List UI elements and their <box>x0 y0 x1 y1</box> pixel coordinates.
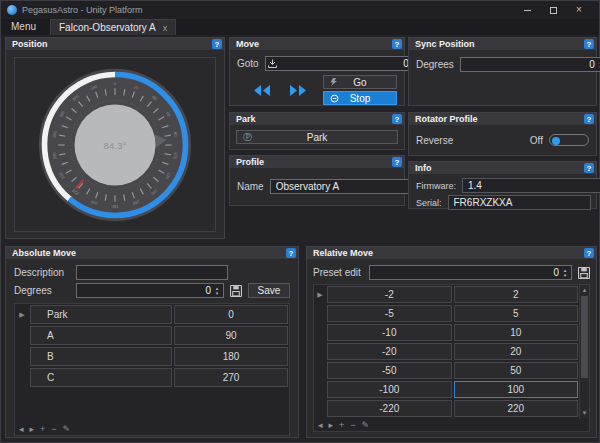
preset-edit-input[interactable] <box>372 267 561 278</box>
nav-next-icon[interactable]: ▸ <box>30 424 35 434</box>
menu-button[interactable]: Menu <box>1 19 46 35</box>
preset-save-icon[interactable] <box>578 267 590 279</box>
help-button[interactable]: ? <box>584 114 594 124</box>
preset-name-cell[interactable]: Park <box>30 305 172 324</box>
preset-name-cell[interactable]: B <box>30 347 172 366</box>
go-icon <box>330 78 338 86</box>
help-button[interactable]: ? <box>212 39 222 49</box>
reverse-toggle[interactable] <box>549 134 589 146</box>
goto-input[interactable] <box>277 58 411 69</box>
preset-cell[interactable]: -2 <box>327 286 452 303</box>
abs-degrees-field: ▴▾ <box>76 283 224 298</box>
sync-position-panel: Sync Position? Degrees ▴▾ ⚙ <box>408 37 597 106</box>
preset-cell[interactable]: -20 <box>327 343 452 360</box>
preset-edit-field: ▴▾ <box>369 265 572 280</box>
abs-save-icon[interactable] <box>230 285 242 297</box>
help-button[interactable]: ? <box>584 163 594 173</box>
profile-name-input[interactable] <box>273 181 410 192</box>
preset-name-cell[interactable]: A <box>30 326 172 345</box>
minimize-icon <box>524 10 531 11</box>
minimize-button[interactable] <box>521 4 533 16</box>
preset-value-cell[interactable]: 90 <box>174 326 288 345</box>
preset-cell[interactable]: 2 <box>454 286 579 303</box>
stop-button[interactable]: Stop <box>323 91 397 105</box>
park-button[interactable]: Ⓟ Park <box>236 130 398 144</box>
spin-down-icon[interactable]: ▾ <box>561 273 569 278</box>
jog-right-button[interactable] <box>287 84 309 97</box>
svg-text:180: 180 <box>111 203 119 208</box>
position-panel: Position? 020406080100120140160180200220… <box>5 37 225 239</box>
go-button[interactable]: Go <box>323 75 397 89</box>
sync-degrees-label: Degrees <box>416 59 454 70</box>
sync-degrees-input[interactable] <box>463 59 597 70</box>
table-row: -50 50 <box>314 361 579 380</box>
dial-value: 84.3° <box>104 140 127 151</box>
goto-download-icon[interactable] <box>268 59 277 68</box>
info-panel: Info? Firmware: Serial: <box>408 161 597 209</box>
description-field <box>76 265 228 280</box>
preset-cell[interactable]: -10 <box>327 324 452 341</box>
stop-label: Stop <box>350 93 371 104</box>
help-button[interactable]: ? <box>392 157 402 167</box>
nav-next-icon[interactable]: ▸ <box>329 420 334 430</box>
table-row: -5 5 <box>314 304 579 323</box>
jog-left-button[interactable] <box>251 84 273 97</box>
nav-edit-icon[interactable]: ✎ <box>63 424 71 434</box>
table-row: -220 220 <box>314 399 579 418</box>
preset-cell[interactable]: -100 <box>327 381 452 398</box>
preset-cell[interactable]: 220 <box>454 400 579 417</box>
panel-title: Park <box>236 114 256 124</box>
panel-title: Position <box>12 39 48 49</box>
toggle-knob-icon <box>552 137 560 145</box>
nav-prev-icon[interactable]: ◂ <box>318 420 323 430</box>
close-button[interactable]: × <box>573 4 585 16</box>
preset-cell[interactable]: 5 <box>454 305 579 322</box>
preset-value-cell[interactable]: 0 <box>174 305 288 324</box>
help-button[interactable]: ? <box>392 39 402 49</box>
preset-cell[interactable]: -220 <box>327 400 452 417</box>
goto-label: Goto <box>237 58 259 69</box>
maximize-icon <box>550 7 557 14</box>
firmware-value <box>465 180 600 191</box>
nav-edit-icon[interactable]: ✎ <box>362 420 370 430</box>
help-button[interactable]: ? <box>584 39 594 49</box>
table-row: ▶ -2 2 <box>314 285 579 304</box>
help-button[interactable]: ? <box>392 114 402 124</box>
preset-cell[interactable]: -50 <box>327 362 452 379</box>
serial-value <box>451 197 588 208</box>
preset-name-cell[interactable]: C <box>30 368 172 387</box>
save-button[interactable]: Save <box>248 283 290 298</box>
data-navigator: ◂ ▸ + − ✎ <box>318 420 369 430</box>
reverse-state: Off <box>530 135 543 146</box>
nav-remove-icon[interactable]: − <box>51 424 56 434</box>
description-input[interactable] <box>79 267 225 278</box>
preset-cell[interactable]: -5 <box>327 305 452 322</box>
dial-area: 0204060801001201401601802002202402602803… <box>14 57 216 232</box>
preset-cell[interactable]: 100 <box>454 381 579 398</box>
vertical-scrollbar[interactable]: ▲ ▼ <box>579 285 589 418</box>
spin-down-icon[interactable]: ▾ <box>213 291 221 296</box>
help-button[interactable]: ? <box>286 248 296 258</box>
position-dial[interactable]: 0204060801001201401601802002202402602803… <box>34 64 196 226</box>
serial-field <box>448 195 591 210</box>
profile-name-label: Name <box>237 181 264 192</box>
preset-value-cell[interactable]: 180 <box>174 347 288 366</box>
panel-title: Absolute Move <box>12 248 76 258</box>
help-button[interactable]: ? <box>584 248 594 258</box>
app-logo-icon <box>7 5 17 15</box>
nav-prev-icon[interactable]: ◂ <box>19 424 24 434</box>
nav-add-icon[interactable]: + <box>40 424 45 434</box>
scroll-down-icon[interactable]: ▼ <box>580 408 589 418</box>
preset-cell[interactable]: 10 <box>454 324 579 341</box>
maximize-button[interactable] <box>547 4 559 16</box>
nav-add-icon[interactable]: + <box>339 420 344 430</box>
preset-value-cell[interactable]: 270 <box>174 368 288 387</box>
preset-cell[interactable]: 50 <box>454 362 579 379</box>
tab-close-icon[interactable]: x <box>163 23 168 33</box>
abs-degrees-input[interactable] <box>79 285 213 296</box>
tab-falcon-observatory-a[interactable]: Falcon-Observatory A x <box>50 19 176 35</box>
scrollbar-thumb[interactable] <box>581 296 588 378</box>
scroll-up-icon[interactable]: ▲ <box>580 285 589 295</box>
preset-cell[interactable]: 20 <box>454 343 579 360</box>
nav-remove-icon[interactable]: − <box>350 420 355 430</box>
